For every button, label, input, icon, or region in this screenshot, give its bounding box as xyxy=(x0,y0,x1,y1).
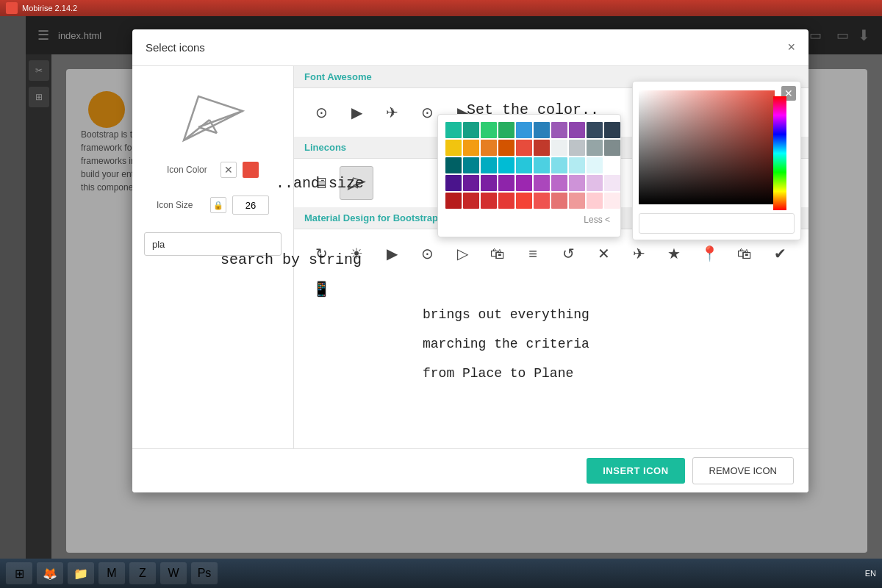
color-swatch-cell[interactable] xyxy=(569,157,585,173)
tb-app-icon[interactable]: M xyxy=(98,562,125,584)
color-swatch-cell[interactable] xyxy=(481,157,497,173)
color-swatch-cell[interactable] xyxy=(481,193,497,209)
color-gradient-area[interactable] xyxy=(639,90,775,204)
color-swatch-cell[interactable] xyxy=(516,157,532,173)
md-icon-brightness[interactable]: ☀ xyxy=(340,237,373,270)
md-icon-replay[interactable]: ↺ xyxy=(551,237,585,270)
md-icon-refresh[interactable]: ↻ xyxy=(304,237,338,270)
color-swatch-cell[interactable] xyxy=(498,122,514,138)
icon-preview-area xyxy=(169,78,257,151)
insert-icon-button[interactable]: INSERT ICON xyxy=(587,458,684,484)
dialog-close-button[interactable]: × xyxy=(787,40,795,55)
md-icon-shop2[interactable]: 🛍 xyxy=(728,237,761,270)
color-swatch-cell[interactable] xyxy=(463,122,479,138)
color-swatch-cell[interactable] xyxy=(604,140,620,156)
color-swatch-cell[interactable] xyxy=(516,175,532,191)
tb-word-icon[interactable]: W xyxy=(160,562,187,584)
color-swatch-cell[interactable] xyxy=(445,140,462,156)
color-swatch-cell[interactable] xyxy=(445,193,462,209)
taskbar-language: EN xyxy=(865,569,876,578)
fa-icon-play[interactable]: ▶ xyxy=(340,96,373,129)
color-swatch-cell[interactable] xyxy=(463,140,479,156)
color-swatch-cell[interactable] xyxy=(481,140,497,156)
color-swatch-cell[interactable] xyxy=(445,175,462,191)
linecons-icon-plane[interactable] xyxy=(340,166,373,200)
color-swatch-cell[interactable] xyxy=(534,122,550,138)
app-title: Mobirise 2.14.2 xyxy=(22,4,77,12)
color-swatches-grid xyxy=(445,122,613,209)
color-swatch-cell[interactable] xyxy=(551,122,567,138)
md-icon-play[interactable]: ▶ xyxy=(375,237,409,270)
remove-icon-button[interactable]: REMOVE ICON xyxy=(692,457,794,484)
color-swatch-cell[interactable] xyxy=(534,157,550,173)
color-swatch-cell[interactable] xyxy=(534,140,550,156)
color-swatch-cell[interactable] xyxy=(481,122,497,138)
color-swatch-cell[interactable] xyxy=(516,122,532,138)
search-input[interactable] xyxy=(144,232,282,256)
fa-icon-plane[interactable]: ✈ xyxy=(375,96,409,129)
color-swatch-cell[interactable] xyxy=(498,140,514,156)
color-hex-input[interactable] xyxy=(639,213,795,234)
tb-start-button[interactable]: ⊞ xyxy=(6,562,32,584)
color-swatch-cell[interactable] xyxy=(604,193,620,209)
color-swatch-cell[interactable] xyxy=(516,140,532,156)
color-swatch-cell[interactable] xyxy=(516,193,532,209)
color-swatch-cell[interactable] xyxy=(498,193,514,209)
color-swatch-cell[interactable] xyxy=(551,157,567,173)
color-label: Icon Color xyxy=(167,165,215,175)
md-icon-shop[interactable]: 🛍 xyxy=(481,237,514,270)
color-swatch-cell[interactable] xyxy=(463,175,479,191)
color-swatch-cell[interactable] xyxy=(587,193,603,209)
close-color-button[interactable]: ✕ xyxy=(220,162,237,178)
md-icon-location[interactable]: 📍 xyxy=(692,237,726,270)
color-swatch-cell[interactable] xyxy=(551,175,567,191)
color-swatch-cell[interactable] xyxy=(551,140,567,156)
size-input[interactable] xyxy=(232,196,269,215)
color-swatch-cell[interactable] xyxy=(569,175,585,191)
md-icon-check[interactable]: ✔ xyxy=(763,237,797,270)
color-swatch-cell[interactable] xyxy=(498,157,514,173)
md-icon-play-circle[interactable]: ⊙ xyxy=(410,237,444,270)
color-swatch-cell[interactable] xyxy=(498,175,514,191)
tb-firefox-icon[interactable]: 🦊 xyxy=(37,562,63,584)
tb-ftp-icon[interactable]: Z xyxy=(129,562,156,584)
color-swatch-cell[interactable] xyxy=(604,122,620,138)
color-swatch-cell[interactable] xyxy=(463,193,479,209)
taskbar-bottom: ⊞ 🦊 📁 M Z W Ps EN xyxy=(0,559,882,588)
md-icon-cast[interactable]: 📱 xyxy=(304,272,338,306)
md-icon-star[interactable]: ★ xyxy=(657,237,691,270)
fa-icon-play-circle[interactable]: ⊙ xyxy=(304,96,338,129)
color-swatch-cell[interactable] xyxy=(587,157,603,173)
color-swatch-cell[interactable] xyxy=(534,193,550,209)
color-swatch-cell[interactable] xyxy=(445,122,462,138)
md-icon-play-o[interactable]: ▷ xyxy=(445,237,479,270)
material-icons-grid: ↻ ☀ ▶ ⊙ ▷ 🛍 ≡ ↺ ✕ ✈ ★ 📍 🛍 ✔ 📱 xyxy=(294,229,808,313)
color-swatch-cell[interactable] xyxy=(587,122,603,138)
color-swatch-cell[interactable] xyxy=(569,122,585,138)
color-swatch-cell[interactable] xyxy=(587,140,603,156)
plane-svg xyxy=(173,82,254,148)
color-swatch-cell[interactable] xyxy=(551,193,567,209)
color-swatch-cell[interactable] xyxy=(604,175,620,191)
tb-folder-icon[interactable]: 📁 xyxy=(68,562,94,584)
color-swatch-cell[interactable] xyxy=(569,193,585,209)
dialog-left-panel: Icon Color ✕ Icon Size 🔒 xyxy=(132,66,294,492)
color-swatch[interactable] xyxy=(243,162,259,178)
color-swatch-cell[interactable] xyxy=(604,157,620,173)
color-swatch-cell[interactable] xyxy=(481,175,497,191)
md-icon-no-wifi[interactable]: ✕ xyxy=(587,237,620,270)
md-icon-plane[interactable]: ✈ xyxy=(622,237,656,270)
taskbar-top: Mobirise 2.14.2 xyxy=(0,0,882,16)
svg-line-4 xyxy=(198,111,243,127)
color-hue-bar[interactable] xyxy=(773,96,786,210)
color-swatch-cell[interactable] xyxy=(569,140,585,156)
md-icon-list[interactable]: ≡ xyxy=(516,237,550,270)
size-lock-button[interactable]: 🔒 xyxy=(210,197,226,213)
less-more-button[interactable]: Less < xyxy=(445,215,613,225)
tb-ps-icon[interactable]: Ps xyxy=(191,562,218,584)
linecons-icon-monitor[interactable]: 🖥 xyxy=(304,166,338,200)
color-swatch-cell[interactable] xyxy=(534,175,550,191)
color-swatch-cell[interactable] xyxy=(445,157,462,173)
color-swatch-cell[interactable] xyxy=(587,175,603,191)
color-swatch-cell[interactable] xyxy=(463,157,479,173)
